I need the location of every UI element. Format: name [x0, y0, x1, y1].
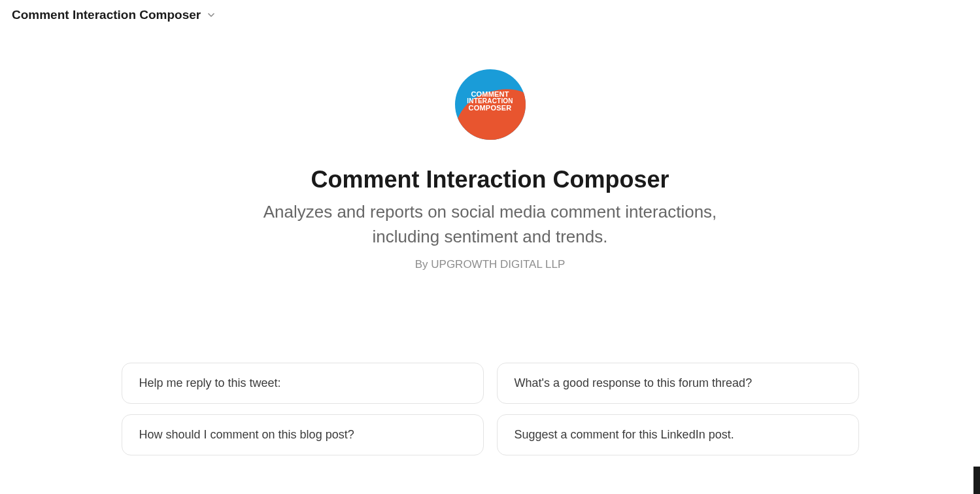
- header: Comment Interaction Composer: [0, 0, 980, 30]
- prompt-card-linkedin[interactable]: Suggest a comment for this LinkedIn post…: [497, 414, 859, 455]
- chevron-down-icon[interactable]: [206, 10, 216, 20]
- author-byline: By UPGROWTH DIGITAL LLP: [415, 258, 566, 271]
- prompt-card-reply-tweet[interactable]: Help me reply to this tweet:: [122, 363, 484, 404]
- prompt-card-forum-thread[interactable]: What's a good response to this forum thr…: [497, 363, 859, 404]
- prompt-suggestions: Help me reply to this tweet: What's a go…: [122, 363, 859, 455]
- logo-text: COMMENT INTERACTION COMPOSER: [467, 91, 513, 112]
- page-subtitle: Analyzes and reports on social media com…: [262, 200, 719, 249]
- app-logo: COMMENT INTERACTION COMPOSER: [455, 69, 526, 140]
- logo-text-line3: COMPOSER: [467, 105, 513, 112]
- page-title: Comment Interaction Composer: [311, 166, 669, 193]
- scrollbar[interactable]: [973, 467, 980, 494]
- prompt-card-blog-post[interactable]: How should I comment on this blog post?: [122, 414, 484, 455]
- main-content: COMMENT INTERACTION COMPOSER Comment Int…: [0, 30, 980, 455]
- header-title[interactable]: Comment Interaction Composer: [12, 8, 201, 22]
